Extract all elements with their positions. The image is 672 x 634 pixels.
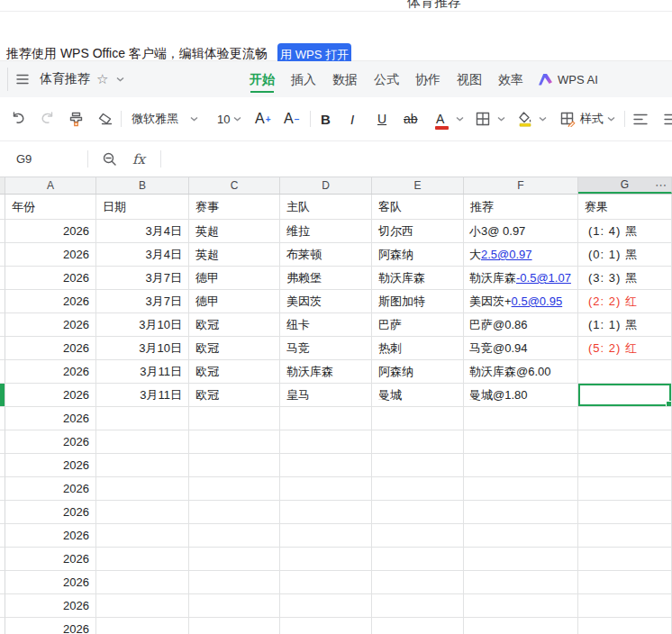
cell-F15[interactable]: [464, 524, 578, 548]
cell-B3[interactable]: 3月4日: [96, 243, 189, 267]
cell-F5[interactable]: 美因茨+0.5@0.95: [464, 290, 578, 313]
cell-D15[interactable]: [280, 524, 372, 548]
cell-B9[interactable]: 3月11日: [96, 384, 189, 407]
cell-E11[interactable]: [372, 430, 464, 454]
cell-G10[interactable]: [578, 407, 672, 430]
cell-E19[interactable]: [372, 618, 464, 634]
align-center-button[interactable]: [664, 97, 672, 140]
align-left-button[interactable]: [633, 97, 648, 140]
cell-D13[interactable]: [280, 477, 372, 501]
decrease-font-button[interactable]: A−: [284, 97, 300, 140]
cell-E15[interactable]: [372, 524, 464, 548]
cell-D7[interactable]: 马竞: [280, 337, 372, 360]
cell-E6[interactable]: 巴萨: [372, 313, 464, 337]
cell-D18[interactable]: [280, 594, 372, 618]
cell-G6[interactable]: (1: 1) 黑: [578, 313, 672, 337]
cell-B19[interactable]: [96, 618, 189, 634]
column-header-B[interactable]: B: [96, 177, 189, 194]
menu-tab-7[interactable]: 效率: [498, 61, 523, 97]
cell-E2[interactable]: 切尔西: [372, 220, 464, 243]
cell-D2[interactable]: 维拉: [280, 220, 372, 243]
cell-A11[interactable]: 2026: [5, 430, 96, 454]
cell-D10[interactable]: [280, 407, 372, 430]
cell-F9[interactable]: 曼城@1.80: [464, 384, 578, 407]
cell-G5[interactable]: (2: 2) 红: [578, 290, 672, 313]
cell-G12[interactable]: [578, 454, 672, 477]
cell-C14[interactable]: [189, 501, 280, 524]
cell-style-icon[interactable]: [560, 97, 576, 140]
cell-B12[interactable]: [96, 454, 189, 477]
cell-G9[interactable]: [578, 384, 672, 407]
redo-button[interactable]: [40, 97, 55, 140]
hamburger-menu-icon[interactable]: [16, 61, 29, 97]
cell-A8[interactable]: 2026: [5, 360, 96, 384]
cell-A2[interactable]: 2026: [5, 220, 96, 243]
cell-E18[interactable]: [372, 594, 464, 618]
cell-F4[interactable]: 勒沃库森-0.5@1.07: [464, 267, 578, 290]
cell-C19[interactable]: [189, 618, 280, 634]
cell-C16[interactable]: [189, 548, 280, 571]
cell-A7[interactable]: 2026: [5, 337, 96, 360]
cell-style-chevron-icon[interactable]: [607, 97, 615, 140]
format-painter-button[interactable]: [68, 97, 84, 140]
cell-D6[interactable]: 纽卡: [280, 313, 372, 337]
cell-E14[interactable]: [372, 501, 464, 524]
cell-B6[interactable]: 3月10日: [96, 313, 189, 337]
cell-F14[interactable]: [464, 501, 578, 524]
cell-G17[interactable]: [578, 571, 672, 594]
cell-G19[interactable]: [578, 618, 672, 634]
bold-button[interactable]: B: [321, 97, 331, 140]
cell-C11[interactable]: [189, 430, 280, 454]
cell-B17[interactable]: [96, 571, 189, 594]
cell-A5[interactable]: 2026: [5, 290, 96, 313]
cell-B13[interactable]: [96, 477, 189, 501]
strikethrough-button[interactable]: ab: [404, 97, 418, 140]
cell-F3[interactable]: 大2.5@0.97: [464, 243, 578, 267]
cell-A14[interactable]: 2026: [5, 501, 96, 524]
cell-E8[interactable]: 阿森纳: [372, 360, 464, 384]
cell-G14[interactable]: [578, 501, 672, 524]
cell-E17[interactable]: [372, 571, 464, 594]
cell-A6[interactable]: 2026: [5, 313, 96, 337]
cell-B7[interactable]: 3月10日: [96, 337, 189, 360]
more-columns-button[interactable]: ⋯: [655, 178, 667, 192]
cell-C15[interactable]: [189, 524, 280, 548]
cell-C9[interactable]: 欧冠: [189, 384, 280, 407]
doc-title-chevron-icon[interactable]: [116, 61, 124, 97]
cell-F16[interactable]: [464, 548, 578, 571]
wps-ai-button[interactable]: WPS AI: [539, 61, 598, 97]
cell-D11[interactable]: [280, 430, 372, 454]
cell-G7[interactable]: (5: 2) 红: [578, 337, 672, 360]
cell-B14[interactable]: [96, 501, 189, 524]
cell-D8[interactable]: 勒沃库森: [280, 360, 372, 384]
font-name-chevron-icon[interactable]: [190, 97, 198, 140]
cell-F11[interactable]: [464, 430, 578, 454]
cell-D5[interactable]: 美因茨: [280, 290, 372, 313]
cell-D14[interactable]: [280, 501, 372, 524]
cell-A15[interactable]: 2026: [5, 524, 96, 548]
cell-F7[interactable]: 马竞@0.94: [464, 337, 578, 360]
cell-F12[interactable]: [464, 454, 578, 477]
cell-B18[interactable]: [96, 594, 189, 618]
column-header-C[interactable]: C: [189, 177, 280, 194]
tip-link[interactable]: 0.5@0.95: [512, 294, 563, 308]
fill-handle[interactable]: [666, 401, 671, 406]
font-size-chevron-icon[interactable]: [233, 97, 241, 140]
borders-button[interactable]: [476, 97, 490, 140]
cell-E3[interactable]: 阿森纳: [372, 243, 464, 267]
cell-C3[interactable]: 英超: [189, 243, 280, 267]
cell-B10[interactable]: [96, 407, 189, 430]
italic-button[interactable]: I: [350, 97, 354, 140]
cell-C2[interactable]: 英超: [189, 220, 280, 243]
eraser-button[interactable]: [97, 97, 114, 140]
cell-C7[interactable]: 欧冠: [189, 337, 280, 360]
cell-G15[interactable]: [578, 524, 672, 548]
cell-A18[interactable]: 2026: [5, 594, 96, 618]
cell-E7[interactable]: 热刺: [372, 337, 464, 360]
cell-D4[interactable]: 弗赖堡: [280, 267, 372, 290]
cell-D3[interactable]: 布莱顿: [280, 243, 372, 267]
borders-chevron-icon[interactable]: [497, 97, 505, 140]
cell-E10[interactable]: [372, 407, 464, 430]
cell-A16[interactable]: 2026: [5, 548, 96, 571]
cell-D16[interactable]: [280, 548, 372, 571]
